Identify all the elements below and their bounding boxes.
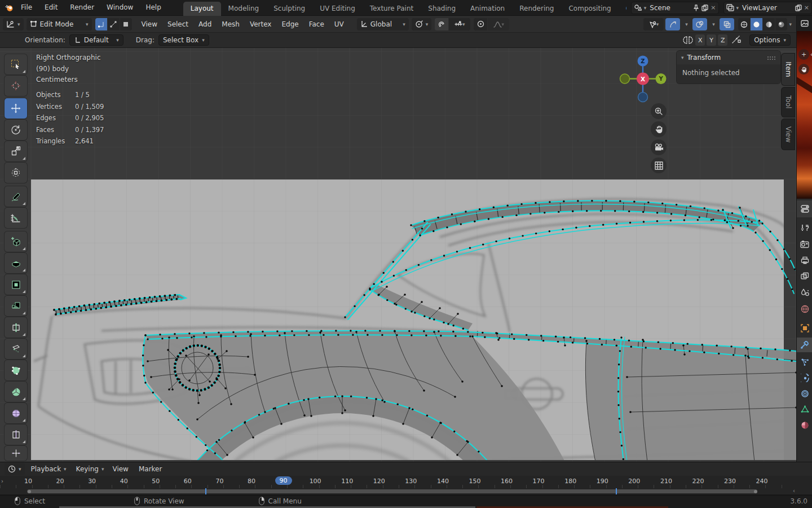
tab-shading[interactable]: Shading xyxy=(421,2,463,16)
view-layer-name[interactable]: ViewLayer xyxy=(741,4,793,12)
tool-rotate[interactable] xyxy=(5,120,27,140)
properties-tab-object-data[interactable] xyxy=(797,402,812,417)
ruler-frame-label[interactable]: 20 xyxy=(56,478,64,485)
properties-tab-scene[interactable] xyxy=(797,285,812,300)
properties-tab-modifiers[interactable] xyxy=(797,338,812,352)
ruler-frame-label[interactable]: 170 xyxy=(533,478,545,485)
mirror-icon[interactable] xyxy=(682,36,694,45)
properties-tab-view-layer[interactable] xyxy=(797,269,812,283)
mirror-x-button[interactable]: X xyxy=(695,34,705,46)
orientation-default-dropdown[interactable]: Default ▾ xyxy=(69,34,123,46)
properties-tab-material[interactable] xyxy=(797,418,812,432)
menu-render[interactable]: Render xyxy=(64,0,100,15)
tool-loop-cut[interactable] xyxy=(5,317,27,338)
menu-edit[interactable]: Edit xyxy=(38,0,64,15)
expand-channels-icon[interactable]: › xyxy=(1,478,3,484)
tab-texture-paint[interactable]: Texture Paint xyxy=(363,2,421,16)
shading-wireframe-button[interactable] xyxy=(738,18,750,30)
ruler-frame-label[interactable]: 30 xyxy=(88,478,96,485)
ruler-frame-label[interactable]: 190 xyxy=(597,478,608,485)
shading-dropdown[interactable]: ▾ xyxy=(789,21,792,27)
menu-face[interactable]: Face xyxy=(304,20,329,28)
tab-geometry-nodes[interactable]: Geometry Nodes xyxy=(619,2,626,16)
toggle-orthographic-button[interactable] xyxy=(651,157,667,173)
tool-knife[interactable] xyxy=(5,339,27,359)
sidebar-tab-tool[interactable]: Tool xyxy=(782,87,795,117)
blender-logo-icon[interactable] xyxy=(5,2,15,14)
ruler-frame-label[interactable]: 240 xyxy=(756,478,768,485)
timeline-editor-type-button[interactable]: ▾ xyxy=(5,463,25,475)
ruler-frame-label[interactable]: 200 xyxy=(628,478,640,485)
scene-selector[interactable]: ▾ Scene × xyxy=(631,2,719,14)
proportional-editing-toggle[interactable] xyxy=(474,18,487,30)
shading-rendered-button[interactable] xyxy=(775,18,787,30)
snap-toggle[interactable] xyxy=(435,18,448,30)
overlays-dropdown[interactable]: ▾ xyxy=(709,18,718,30)
ruler-frame-label[interactable]: 120 xyxy=(373,478,385,485)
transform-panel[interactable]: ▾ Transform Nothing selected xyxy=(677,51,780,84)
current-frame-indicator[interactable]: 90 xyxy=(275,476,292,485)
tab-layout[interactable]: Layout xyxy=(183,2,221,16)
ruler-frame-label[interactable]: 10 xyxy=(24,478,32,485)
snap-base-icon[interactable] xyxy=(731,36,742,45)
tool-scale[interactable] xyxy=(5,141,27,161)
properties-tab-world[interactable] xyxy=(797,301,812,316)
camera-view-button[interactable] xyxy=(651,139,667,155)
tool-spin[interactable] xyxy=(5,382,27,402)
properties-tab-output[interactable] xyxy=(797,253,812,268)
properties-editor-type-button[interactable] xyxy=(797,200,812,217)
ruler-frame-label[interactable]: 100 xyxy=(310,478,321,485)
overlays-toggle[interactable] xyxy=(692,18,707,30)
xray-toggle[interactable] xyxy=(720,18,734,30)
ruler-frame-label[interactable]: 150 xyxy=(469,478,480,485)
view-layer-selector[interactable]: ▾ ViewLayer × xyxy=(723,2,812,14)
menu-add[interactable]: Add xyxy=(193,20,217,28)
properties-tab-physics[interactable] xyxy=(797,370,812,385)
collapse-icon[interactable]: ‹ xyxy=(793,488,795,494)
options-dropdown[interactable]: Options ▾ xyxy=(749,34,791,46)
ruler-frame-label[interactable]: 40 xyxy=(120,478,128,485)
tab-animation[interactable]: Animation xyxy=(463,2,512,16)
tool-annotate[interactable] xyxy=(5,186,27,207)
tool-poly-build[interactable] xyxy=(5,360,27,380)
edge-select-button[interactable] xyxy=(108,18,120,30)
pivot-point-dropdown[interactable]: ▾ xyxy=(412,18,432,30)
tool-bevel[interactable] xyxy=(5,296,27,316)
keying-menu[interactable]: Keying▾ xyxy=(73,463,108,475)
ruler-frame-label[interactable]: 110 xyxy=(341,478,353,485)
render-preview-image[interactable]: + ‹ xyxy=(797,31,812,199)
menu-uv[interactable]: UV xyxy=(329,20,349,28)
menu-window[interactable]: Window xyxy=(100,0,139,15)
properties-tab-render[interactable] xyxy=(797,237,812,252)
transform-panel-header[interactable]: ▾ Transform xyxy=(677,51,780,64)
ruler-frame-label[interactable]: 160 xyxy=(501,478,513,485)
editor-type-button[interactable]: ▾ xyxy=(3,18,24,30)
drag-mode-dropdown[interactable]: Select Box ▾ xyxy=(158,34,209,46)
tool-rip-region[interactable] xyxy=(5,446,27,461)
show-object-types-dropdown[interactable]: ▾ xyxy=(643,18,664,30)
navigation-gizmo[interactable]: Z Y X xyxy=(618,55,668,105)
ruler-frame-label[interactable]: 230 xyxy=(724,478,736,485)
viewport-3d[interactable]: Right Orthographic (90) body Centimeters… xyxy=(0,48,796,462)
ruler-frame-label[interactable]: 210 xyxy=(660,478,672,485)
ruler-frame-label[interactable]: 130 xyxy=(405,478,417,485)
menu-vertex[interactable]: Vertex xyxy=(245,20,277,28)
gizmo-axis-y-negative[interactable] xyxy=(620,74,630,84)
shading-solid-button[interactable] xyxy=(751,18,762,30)
sidebar-tab-view[interactable]: View xyxy=(782,119,795,150)
snap-target-dropdown[interactable]: ▾ xyxy=(449,18,470,30)
tab-compositing[interactable]: Compositing xyxy=(561,2,618,16)
mirror-y-button[interactable]: Y xyxy=(707,34,716,46)
tab-sculpting[interactable]: Sculpting xyxy=(266,2,312,16)
scrollbar-left-knob[interactable] xyxy=(28,490,31,493)
image-editor-header[interactable] xyxy=(797,16,812,31)
tool-measure[interactable] xyxy=(5,208,27,228)
gizmo-axis-z-negative[interactable] xyxy=(638,93,648,102)
tool-move[interactable] xyxy=(5,98,27,119)
ruler-frame-label[interactable]: 80 xyxy=(248,478,255,485)
drag-handle-icon[interactable] xyxy=(767,56,776,60)
marker-menu[interactable]: Marker xyxy=(134,465,167,473)
properties-tab-constraints[interactable] xyxy=(797,386,812,401)
gizmos-dropdown[interactable]: ▾ xyxy=(682,18,691,30)
ruler-frame-label[interactable]: 220 xyxy=(692,478,704,485)
